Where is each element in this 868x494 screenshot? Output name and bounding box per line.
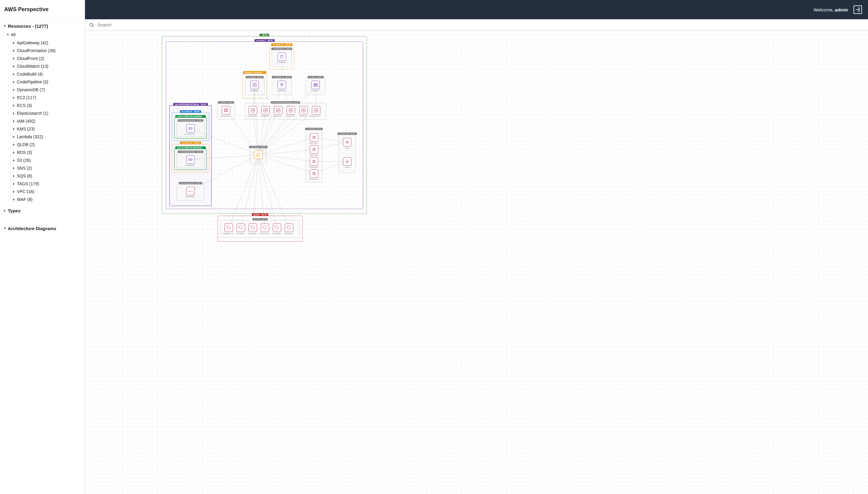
node-stack[interactable]: aws-perspect... [221, 106, 231, 117]
types-label: Types [8, 208, 20, 213]
tree-item[interactable]: SNS (2) [11, 164, 83, 172]
tree-item-label: SNS (2) [17, 166, 32, 170]
svg-line-26 [258, 85, 316, 155]
node-tag-3-caption: lambda:crud... [260, 232, 270, 234]
node-mapping-0[interactable]: vsetTaskSub... [248, 106, 258, 117]
node-domain[interactable]: awsbkterfjn... [250, 81, 260, 92]
node-eni1[interactable]: eni-03b81702... [185, 124, 196, 135]
tree-item[interactable]: WAF (8) [11, 195, 83, 203]
chevron-right-icon [4, 210, 6, 212]
node-tag-1[interactable]: aws:cloudfr... [236, 224, 246, 234]
tree-item[interactable]: IAM (492) [11, 117, 83, 125]
node-method-1[interactable]: 4oj3cv7g3.3... [309, 145, 319, 156]
node-tag-4[interactable]: aws:cloudfr... [272, 224, 282, 234]
tree-item-label: SQS (8) [17, 173, 32, 178]
node-sg[interactable]: Security Groupsg-0f9029c0... [185, 187, 196, 197]
node-mapping-1[interactable]: vwdcowPrrt... [260, 106, 271, 117]
logout-button[interactable] [853, 5, 862, 14]
tree-item[interactable]: Elasticsearch (1) [11, 109, 83, 117]
tree-item[interactable]: CodeBuild (4) [11, 70, 83, 78]
chevron-right-icon [13, 190, 15, 193]
node-mapping-0-icon [248, 106, 257, 114]
node-sg-icon: Security Group [186, 187, 195, 195]
tree-item[interactable]: TAGS (179) [11, 180, 83, 188]
grp-global-label: global - $0.00 [252, 213, 268, 216]
tree-section-arch[interactable]: Architecture Diagrams [2, 224, 83, 233]
tree-item[interactable]: QLDB (2) [11, 141, 83, 149]
tree-item[interactable]: CloudFormation (39) [11, 47, 83, 55]
grp-tags-label: 6x TAG - $0.00 [253, 218, 267, 221]
grp-dbcluster-label: 1x DBCluster - $0.00 [272, 76, 292, 78]
node-mapping-5[interactable]: DywamzsOrTa... [311, 106, 321, 117]
tree-item[interactable]: CloudWatch (13) [11, 62, 83, 70]
node-mapping-2-caption: drajnmlscvv... [273, 115, 283, 117]
node-sg-caption: sg-0f9029c0... [185, 196, 196, 197]
tree-item-label: EC2 (117) [17, 95, 36, 100]
svg-point-8 [191, 159, 192, 160]
node-resource-0[interactable]: irfvqg [342, 138, 352, 149]
grp-stack-label: 1x Stack - $0.00 [218, 101, 234, 103]
tree-item[interactable]: SQS (8) [11, 172, 83, 180]
node-tag-0[interactable]: AppName: ne... [224, 224, 234, 234]
tree-group-all[interactable]: All [5, 31, 83, 39]
node-dbcluster[interactable]: perspectivc... [277, 81, 287, 92]
node-method-0[interactable]: 4oj3cv7g3.3... [309, 133, 319, 144]
chevron-right-icon [13, 198, 15, 201]
grp-sg-label: 1x SecurityGroup - $0.00 [179, 182, 202, 184]
node-eni2[interactable]: eni-008c903... [185, 155, 196, 166]
grp-subnet2-label: subnet-086b43c26bfaa8885 - $0.00 [176, 146, 206, 149]
chevron-right-icon [13, 151, 15, 154]
svg-line-24 [255, 85, 258, 155]
node-mapping-3[interactable]: fvymsorvdb... [286, 106, 296, 117]
svg-point-3 [190, 128, 191, 129]
svg-point-4 [191, 128, 192, 129]
tree-item-label: IAM (492) [17, 119, 35, 124]
node-table-icon [311, 81, 320, 89]
tree-item[interactable]: Lambda (322) [11, 133, 83, 141]
sidebar: AWS Perspective Resources - (1277) All A… [0, 0, 85, 494]
node-method-0-icon [310, 133, 318, 141]
node-tag-5[interactable]: aws:cloudfr... [284, 224, 294, 234]
tree-section-types[interactable]: Types [2, 206, 83, 215]
close-icon[interactable] [77, 5, 80, 14]
node-resource-1[interactable]: wencfc [342, 157, 352, 168]
tree-item[interactable]: CloudFront (2) [11, 55, 83, 62]
tree-item[interactable]: ECS (3) [11, 101, 83, 109]
node-method-1-icon [310, 145, 318, 154]
searchbar [85, 19, 868, 31]
grp-account-label: - $0.00 [259, 34, 269, 36]
node-method-2[interactable]: nhipbbime4... [309, 157, 319, 168]
chevron-right-icon [13, 120, 15, 122]
svg-text:Security
Group: Security Group [188, 190, 193, 192]
svg-point-12 [282, 83, 283, 84]
node-stack-caption: aws-perspect... [220, 115, 232, 117]
node-mapping-4[interactable]: vzcIdyuclr... [298, 106, 309, 117]
node-tag-2[interactable]: aws:cloudfr... [248, 224, 258, 234]
tree-item-label: KMS (23) [17, 127, 35, 131]
search-input[interactable] [97, 22, 864, 27]
tree-item[interactable]: ApiGateway (42) [11, 39, 83, 47]
node-table[interactable]: vuqutncntt... [310, 81, 321, 92]
tree-section-resources[interactable]: Resources - (1277) [2, 22, 83, 31]
tree-item[interactable]: EC2 (117) [11, 94, 83, 101]
node-dbinstance[interactable]: zp-rt03228d... [277, 52, 287, 63]
svg-rect-14 [314, 83, 317, 87]
tree-item[interactable]: S3 (26) [11, 156, 83, 164]
node-tag-3[interactable]: lambda:crud... [260, 224, 270, 234]
node-lambda[interactable] [253, 151, 263, 160]
tree-item-label: QLDB (2) [17, 142, 35, 147]
node-method-3[interactable]: nhipbbime4... [309, 169, 319, 180]
tree-item[interactable]: DynamoDB (7) [11, 86, 83, 94]
diagram-canvas[interactable]: - $0.00eu-west-1 - $0.00vpc-0e3052a68787… [85, 31, 868, 494]
node-mapping-2[interactable]: drajnmlscvv... [273, 106, 283, 117]
tree-item-label: CloudWatch (13) [17, 64, 49, 69]
tree-item[interactable]: KMS (23) [11, 125, 83, 133]
tree-item[interactable]: RDS (3) [11, 149, 83, 156]
svg-line-38 [258, 155, 314, 173]
tree-item-label: DynamoDB (7) [17, 87, 45, 92]
node-resource-1-icon [343, 157, 351, 166]
tree-item[interactable]: VPC (18) [11, 188, 83, 195]
tree-item[interactable]: CodePipeline (3) [11, 78, 83, 86]
node-mapping-2-icon [274, 106, 282, 114]
node-method-2-caption: nhipbbime4... [309, 166, 319, 168]
